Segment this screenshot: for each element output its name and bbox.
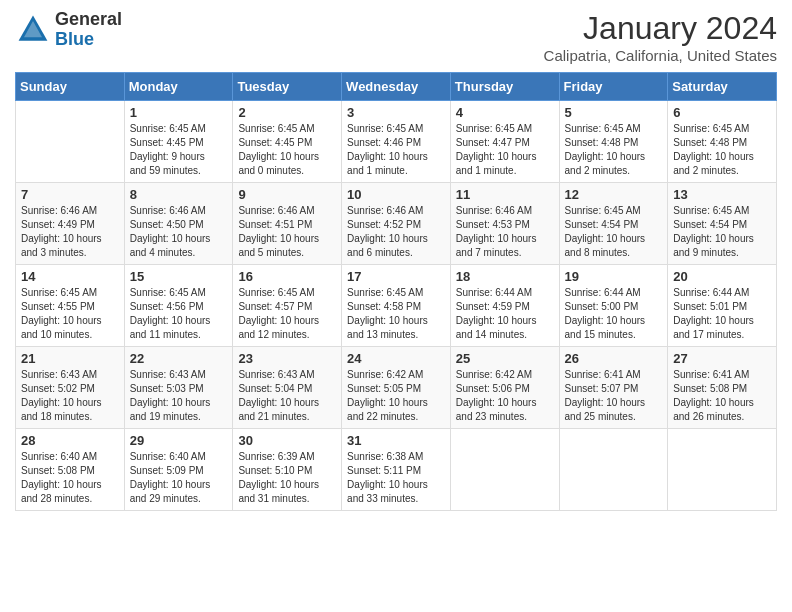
title-block: January 2024 Calipatria, California, Uni…	[544, 10, 777, 64]
day-info: Sunrise: 6:44 AM Sunset: 5:00 PM Dayligh…	[565, 286, 663, 342]
day-number: 14	[21, 269, 119, 284]
calendar-cell: 8Sunrise: 6:46 AM Sunset: 4:50 PM Daylig…	[124, 183, 233, 265]
weekday-header-row: SundayMondayTuesdayWednesdayThursdayFrid…	[16, 73, 777, 101]
day-number: 11	[456, 187, 554, 202]
day-info: Sunrise: 6:42 AM Sunset: 5:05 PM Dayligh…	[347, 368, 445, 424]
day-info: Sunrise: 6:44 AM Sunset: 5:01 PM Dayligh…	[673, 286, 771, 342]
calendar-cell: 26Sunrise: 6:41 AM Sunset: 5:07 PM Dayli…	[559, 347, 668, 429]
day-info: Sunrise: 6:38 AM Sunset: 5:11 PM Dayligh…	[347, 450, 445, 506]
calendar-cell: 16Sunrise: 6:45 AM Sunset: 4:57 PM Dayli…	[233, 265, 342, 347]
day-info: Sunrise: 6:45 AM Sunset: 4:48 PM Dayligh…	[565, 122, 663, 178]
day-info: Sunrise: 6:41 AM Sunset: 5:08 PM Dayligh…	[673, 368, 771, 424]
day-info: Sunrise: 6:43 AM Sunset: 5:03 PM Dayligh…	[130, 368, 228, 424]
weekday-header-sunday: Sunday	[16, 73, 125, 101]
day-info: Sunrise: 6:45 AM Sunset: 4:48 PM Dayligh…	[673, 122, 771, 178]
calendar-week-row: 1Sunrise: 6:45 AM Sunset: 4:45 PM Daylig…	[16, 101, 777, 183]
calendar-cell: 27Sunrise: 6:41 AM Sunset: 5:08 PM Dayli…	[668, 347, 777, 429]
day-info: Sunrise: 6:46 AM Sunset: 4:52 PM Dayligh…	[347, 204, 445, 260]
weekday-header-tuesday: Tuesday	[233, 73, 342, 101]
page-header: General Blue January 2024 Calipatria, Ca…	[15, 10, 777, 64]
day-number: 9	[238, 187, 336, 202]
day-info: Sunrise: 6:40 AM Sunset: 5:08 PM Dayligh…	[21, 450, 119, 506]
day-info: Sunrise: 6:40 AM Sunset: 5:09 PM Dayligh…	[130, 450, 228, 506]
day-info: Sunrise: 6:45 AM Sunset: 4:54 PM Dayligh…	[565, 204, 663, 260]
calendar-cell: 9Sunrise: 6:46 AM Sunset: 4:51 PM Daylig…	[233, 183, 342, 265]
day-number: 10	[347, 187, 445, 202]
calendar-cell: 25Sunrise: 6:42 AM Sunset: 5:06 PM Dayli…	[450, 347, 559, 429]
logo-text: General Blue	[55, 10, 122, 50]
calendar-week-row: 14Sunrise: 6:45 AM Sunset: 4:55 PM Dayli…	[16, 265, 777, 347]
calendar-cell: 6Sunrise: 6:45 AM Sunset: 4:48 PM Daylig…	[668, 101, 777, 183]
calendar-cell: 5Sunrise: 6:45 AM Sunset: 4:48 PM Daylig…	[559, 101, 668, 183]
calendar-cell: 22Sunrise: 6:43 AM Sunset: 5:03 PM Dayli…	[124, 347, 233, 429]
day-number: 29	[130, 433, 228, 448]
day-number: 26	[565, 351, 663, 366]
calendar-cell: 19Sunrise: 6:44 AM Sunset: 5:00 PM Dayli…	[559, 265, 668, 347]
weekday-header-saturday: Saturday	[668, 73, 777, 101]
day-number: 15	[130, 269, 228, 284]
calendar-cell: 28Sunrise: 6:40 AM Sunset: 5:08 PM Dayli…	[16, 429, 125, 511]
calendar-cell: 15Sunrise: 6:45 AM Sunset: 4:56 PM Dayli…	[124, 265, 233, 347]
day-info: Sunrise: 6:43 AM Sunset: 5:02 PM Dayligh…	[21, 368, 119, 424]
day-info: Sunrise: 6:45 AM Sunset: 4:55 PM Dayligh…	[21, 286, 119, 342]
day-number: 3	[347, 105, 445, 120]
day-number: 30	[238, 433, 336, 448]
day-info: Sunrise: 6:46 AM Sunset: 4:51 PM Dayligh…	[238, 204, 336, 260]
day-number: 19	[565, 269, 663, 284]
day-number: 4	[456, 105, 554, 120]
day-info: Sunrise: 6:45 AM Sunset: 4:57 PM Dayligh…	[238, 286, 336, 342]
day-number: 20	[673, 269, 771, 284]
calendar-cell: 1Sunrise: 6:45 AM Sunset: 4:45 PM Daylig…	[124, 101, 233, 183]
calendar-cell: 23Sunrise: 6:43 AM Sunset: 5:04 PM Dayli…	[233, 347, 342, 429]
day-info: Sunrise: 6:45 AM Sunset: 4:45 PM Dayligh…	[238, 122, 336, 178]
logo-icon	[15, 12, 51, 48]
day-number: 13	[673, 187, 771, 202]
calendar-cell: 2Sunrise: 6:45 AM Sunset: 4:45 PM Daylig…	[233, 101, 342, 183]
day-number: 5	[565, 105, 663, 120]
day-info: Sunrise: 6:45 AM Sunset: 4:46 PM Dayligh…	[347, 122, 445, 178]
calendar-cell	[16, 101, 125, 183]
day-info: Sunrise: 6:43 AM Sunset: 5:04 PM Dayligh…	[238, 368, 336, 424]
calendar-week-row: 21Sunrise: 6:43 AM Sunset: 5:02 PM Dayli…	[16, 347, 777, 429]
day-number: 12	[565, 187, 663, 202]
calendar-cell: 29Sunrise: 6:40 AM Sunset: 5:09 PM Dayli…	[124, 429, 233, 511]
calendar-cell: 3Sunrise: 6:45 AM Sunset: 4:46 PM Daylig…	[342, 101, 451, 183]
calendar-cell: 30Sunrise: 6:39 AM Sunset: 5:10 PM Dayli…	[233, 429, 342, 511]
weekday-header-friday: Friday	[559, 73, 668, 101]
day-number: 16	[238, 269, 336, 284]
day-number: 25	[456, 351, 554, 366]
day-number: 27	[673, 351, 771, 366]
calendar-cell: 12Sunrise: 6:45 AM Sunset: 4:54 PM Dayli…	[559, 183, 668, 265]
logo: General Blue	[15, 10, 122, 50]
calendar-table: SundayMondayTuesdayWednesdayThursdayFrid…	[15, 72, 777, 511]
calendar-cell: 20Sunrise: 6:44 AM Sunset: 5:01 PM Dayli…	[668, 265, 777, 347]
calendar-cell: 4Sunrise: 6:45 AM Sunset: 4:47 PM Daylig…	[450, 101, 559, 183]
calendar-cell	[450, 429, 559, 511]
day-info: Sunrise: 6:44 AM Sunset: 4:59 PM Dayligh…	[456, 286, 554, 342]
day-info: Sunrise: 6:46 AM Sunset: 4:49 PM Dayligh…	[21, 204, 119, 260]
day-number: 6	[673, 105, 771, 120]
calendar-cell: 7Sunrise: 6:46 AM Sunset: 4:49 PM Daylig…	[16, 183, 125, 265]
weekday-header-thursday: Thursday	[450, 73, 559, 101]
calendar-cell: 10Sunrise: 6:46 AM Sunset: 4:52 PM Dayli…	[342, 183, 451, 265]
day-info: Sunrise: 6:45 AM Sunset: 4:54 PM Dayligh…	[673, 204, 771, 260]
day-number: 7	[21, 187, 119, 202]
day-number: 1	[130, 105, 228, 120]
calendar-cell	[559, 429, 668, 511]
calendar-week-row: 7Sunrise: 6:46 AM Sunset: 4:49 PM Daylig…	[16, 183, 777, 265]
weekday-header-wednesday: Wednesday	[342, 73, 451, 101]
day-number: 2	[238, 105, 336, 120]
day-info: Sunrise: 6:46 AM Sunset: 4:50 PM Dayligh…	[130, 204, 228, 260]
day-info: Sunrise: 6:45 AM Sunset: 4:47 PM Dayligh…	[456, 122, 554, 178]
calendar-cell: 17Sunrise: 6:45 AM Sunset: 4:58 PM Dayli…	[342, 265, 451, 347]
day-info: Sunrise: 6:42 AM Sunset: 5:06 PM Dayligh…	[456, 368, 554, 424]
month-year-title: January 2024	[544, 10, 777, 47]
day-number: 24	[347, 351, 445, 366]
day-info: Sunrise: 6:46 AM Sunset: 4:53 PM Dayligh…	[456, 204, 554, 260]
calendar-cell: 18Sunrise: 6:44 AM Sunset: 4:59 PM Dayli…	[450, 265, 559, 347]
weekday-header-monday: Monday	[124, 73, 233, 101]
calendar-cell: 14Sunrise: 6:45 AM Sunset: 4:55 PM Dayli…	[16, 265, 125, 347]
day-number: 23	[238, 351, 336, 366]
calendar-cell: 11Sunrise: 6:46 AM Sunset: 4:53 PM Dayli…	[450, 183, 559, 265]
day-number: 21	[21, 351, 119, 366]
